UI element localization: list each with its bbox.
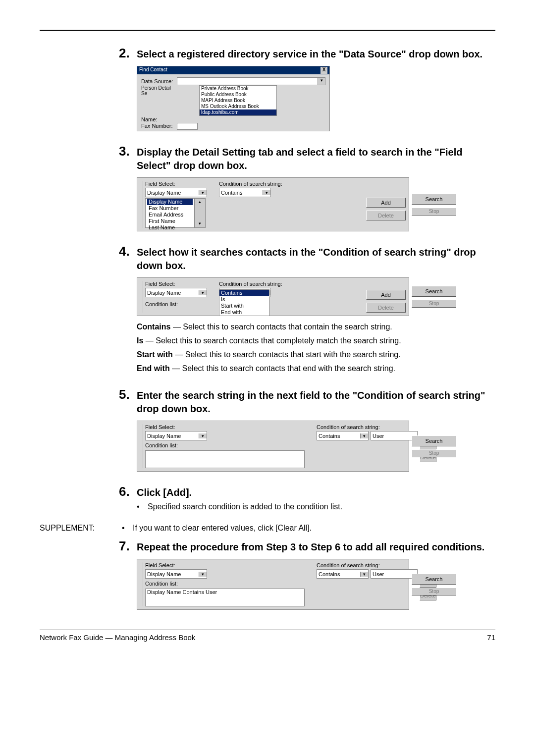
step-6-title: Click [Add]. [137,486,192,499]
step-6: 6. Click [Add]. • Specified search condi… [119,484,485,511]
cond-label: Condition of search string: [317,424,418,430]
opt-public[interactable]: Public Address Book [200,92,276,98]
stop-button[interactable]: Stop [412,300,456,308]
def-end-text: — Select this to search contacts that en… [170,364,395,373]
field-select-combo[interactable]: Display Name▾ [145,288,207,297]
step-4: 4. Select how it searches contacts in th… [119,244,485,375]
step-6-text: Specified search condition is added to t… [148,502,342,511]
top-rule [40,30,495,31]
step-6-bullet: • Specified search condition is added to… [137,502,485,511]
step-6-num: 6. [119,484,137,499]
opt-email[interactable]: Email Address [147,212,193,218]
opt-mapi[interactable]: MAPI Address Book [200,98,276,104]
fig-field-select: Field Select: Display Name▾ Display Name… [137,177,409,231]
stop-button[interactable]: Stop [412,449,456,457]
cond-combo[interactable]: Contains▾ [219,188,271,197]
step-3-title: Display the Detail Setting tab and selec… [137,146,485,172]
stop-button[interactable]: Stop [412,588,456,595]
step-5: 5. Enter the search string in the next f… [119,387,485,472]
chevron-down-icon[interactable]: ▾ [263,190,270,195]
opt-outlook[interactable]: MS Outlook Address Book [200,104,276,109]
fax-field[interactable] [177,123,198,130]
condition-list-label: Condition list: [145,301,207,307]
search-string-input[interactable]: User [371,431,418,440]
def-contains: Contains [137,323,170,331]
step-4-title: Select how it searches contacts in the "… [137,246,485,272]
step-7-title: Repeat the procedure from Step 3 to Step… [137,540,484,554]
search-button[interactable]: Search [412,574,456,585]
search-button[interactable]: Search [412,435,456,446]
chevron-down-icon[interactable]: ▾ [360,433,368,438]
field-select-list[interactable]: Display Name Fax Number Email Address Fi… [145,198,206,228]
field-select-label: Field Select: [145,281,207,287]
cond-combo[interactable]: Contains▾ [317,431,369,440]
stop-button[interactable]: Stop [412,208,456,216]
def-end: End with [137,364,170,373]
cond-combo[interactable]: Contains▾ [317,569,369,579]
delete-button[interactable]: Delete [366,303,406,313]
opt-displayname[interactable]: Display Name [147,199,193,205]
condition-list-label: Condition list: [145,442,305,448]
step-7: 7. Repeat the procedure from Step 3 to S… [119,539,485,610]
opt-first[interactable]: First Name [147,218,193,224]
opt-is[interactable]: Is [219,296,269,303]
opt-startwith[interactable]: Start with [219,303,269,309]
scroll-down-icon[interactable]: ▾ [196,220,204,227]
cond-dropdown[interactable]: Contains Is Start with End with [219,289,269,316]
step-2-num: 2. [119,46,137,61]
opt-last[interactable]: Last Name [147,224,193,231]
supplement-label: SUPPLEMENT: [40,524,122,533]
chevron-down-icon[interactable]: ▾ [318,78,325,85]
condition-item[interactable]: Display Name Contains User [146,589,304,595]
add-button[interactable]: Add [366,290,406,300]
cond-label: Condition of search string: [219,181,282,187]
def-start-text: — Select this to search contacts that st… [173,350,401,359]
chevron-down-icon[interactable]: ▾ [199,290,207,295]
step-7-num: 7. [119,539,137,554]
fig-condition: Field Select: Display Name▾ Condition li… [137,277,409,316]
opt-private[interactable]: Private Address Book [200,86,276,92]
supplement: SUPPLEMENT: • If you want to clear enter… [40,524,495,533]
add-button[interactable]: Add [366,198,406,208]
name-label: Name: [141,116,177,122]
def-is-text: — Select this to search contacts that co… [143,336,401,345]
def-contains-text: — Select this to search contacts that co… [170,323,392,331]
scroll-up-icon[interactable]: ▴ [196,199,204,206]
data-source-label: Data Source: [141,78,177,84]
field-select-combo[interactable]: Display Name▾ [145,431,207,440]
condition-list-label: Condition list: [145,581,305,587]
footer-right: 71 [487,633,495,642]
field-select-combo[interactable]: Display Name▾ [145,569,207,579]
field-select-label: Field Select: [145,424,305,430]
fax-label: Fax Number: [141,123,177,130]
delete-button[interactable]: Delete [366,211,406,220]
chevron-down-icon[interactable]: ▾ [199,572,207,577]
def-is: Is [137,336,143,345]
chevron-down-icon[interactable]: ▾ [199,190,207,195]
close-icon[interactable]: X [321,67,327,74]
search-string-input[interactable]: User [371,569,418,579]
chevron-down-icon[interactable]: ▾ [199,433,207,438]
step-3: 3. Display the Detail Setting tab and se… [119,144,485,231]
cond-label: Condition of search string: [317,562,418,568]
step-2-title: Select a registered directory service in… [137,48,482,61]
opt-ldap[interactable]: ldap.toshiba.com [200,109,276,115]
condition-list[interactable]: Display Name Contains User [145,589,305,606]
data-source-options[interactable]: Private Address Book Public Address Book… [199,85,277,116]
search-button[interactable]: Search [412,194,456,205]
data-source-combo[interactable]: ▾ [177,77,325,85]
opt-fax[interactable]: Fax Number [147,205,193,212]
def-start: Start with [137,350,173,359]
field-select-combo[interactable]: Display Name▾ [145,188,207,197]
condition-list[interactable] [145,450,305,468]
field-select-label: Field Select: [145,562,305,568]
field-select-label: Field Select: [145,181,207,187]
fig-repeat: Field Select: Display Name▾ Condition li… [137,559,409,610]
opt-endwith[interactable]: End with [219,309,269,316]
opt-contains[interactable]: Contains [219,290,269,296]
chevron-down-icon[interactable]: ▾ [360,572,368,577]
fig2-title: Find Contact [139,67,167,74]
step-3-num: 3. [119,144,137,159]
search-button[interactable]: Search [412,286,456,297]
footer: Network Fax Guide — Managing Address Boo… [40,630,495,642]
